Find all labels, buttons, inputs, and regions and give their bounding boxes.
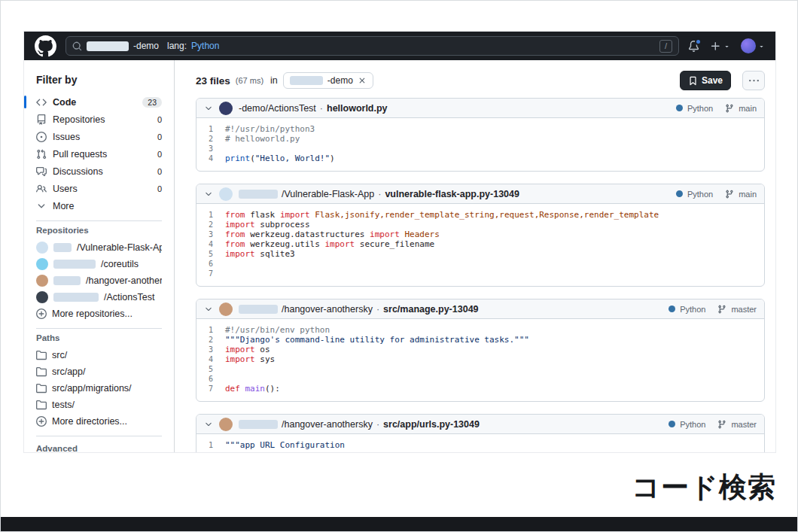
- repo-avatar: [219, 187, 233, 201]
- result-count-badge: 0: [157, 132, 162, 141]
- code-text: import subprocess: [225, 220, 310, 230]
- user-menu-button[interactable]: [741, 38, 765, 53]
- folder-icon: [36, 366, 47, 377]
- plus-circle-icon: [36, 416, 47, 427]
- file-name: src/manage.py-13049: [383, 304, 478, 315]
- sidebar-item-more[interactable]: More: [36, 197, 162, 214]
- path-filter-item[interactable]: src/app/: [36, 363, 162, 380]
- line-number: 7: [196, 269, 225, 278]
- filter-by-title: Filter by: [36, 74, 162, 86]
- caret-down-icon: [758, 43, 765, 50]
- code-snippet[interactable]: 1"""app URL Configuration: [196, 434, 764, 452]
- divider: [36, 436, 162, 436]
- caret-down-icon: [723, 43, 730, 50]
- repo-filter-item[interactable]: /ActionsTest: [36, 289, 162, 306]
- notifications-button[interactable]: [688, 41, 699, 52]
- git-branch-icon: [717, 305, 726, 314]
- sidebar-item-code[interactable]: Code 23: [36, 93, 162, 111]
- more-directories-link[interactable]: More directories...: [36, 413, 162, 430]
- repo-filter-item[interactable]: /hangover-anothersky: [36, 272, 162, 289]
- create-new-button[interactable]: [710, 41, 730, 52]
- result-meta: Python master: [669, 420, 757, 429]
- result-file-link[interactable]: -demo/ActionsTest · helloworld.py: [239, 103, 388, 114]
- close-icon[interactable]: [358, 76, 367, 85]
- search-qualifier-value: Python: [191, 41, 219, 51]
- github-header: -demo lang: Python /: [24, 32, 775, 60]
- code-snippet[interactable]: 1from flask import Flask,jsonify,render_…: [196, 204, 764, 286]
- result-header[interactable]: /Vulnerable-Flask-App · vulnerable-flask…: [196, 184, 764, 204]
- sidebar-item-pull-requests[interactable]: Pull requests 0: [36, 145, 162, 163]
- result-header[interactable]: -demo/ActionsTest · helloworld.py Python…: [196, 99, 764, 118]
- repo-name: /Vulnerable-Flask-App: [77, 242, 162, 253]
- redacted-org-name: [239, 420, 278, 429]
- path-name: src/: [52, 350, 67, 360]
- results-count: 23 files: [196, 75, 230, 87]
- results-time: (67 ms): [236, 76, 263, 85]
- separator: ·: [320, 103, 323, 114]
- line-number: 1: [196, 210, 225, 220]
- more-repositories-link[interactable]: More repositories...: [36, 306, 162, 322]
- repo-filter-chip[interactable]: -demo: [283, 72, 373, 89]
- chevron-down-icon[interactable]: [204, 420, 213, 429]
- sidebar-item-repositories[interactable]: Repositories 0: [36, 111, 162, 128]
- code-line: 4print("Hello, World!"): [196, 154, 764, 163]
- line-number: 4: [196, 354, 225, 364]
- repo-filter-item[interactable]: /coreutils: [36, 256, 162, 272]
- repo-path: -demo/ActionsTest: [239, 103, 316, 114]
- sidebar-item-issues[interactable]: Issues 0: [36, 128, 162, 145]
- line-number: 2: [196, 335, 225, 345]
- sidebar-item-discussions[interactable]: Discussions 0: [36, 163, 162, 180]
- code-text: import os: [225, 345, 270, 354]
- result-header[interactable]: /hangover-anothersky · src/manage.py-130…: [196, 299, 764, 319]
- slash-shortcut-hint: /: [659, 40, 672, 53]
- search-results-main: 23 files (67 ms) in -demo Save: [175, 60, 775, 452]
- chevron-down-icon[interactable]: [204, 104, 213, 113]
- line-number: 5: [196, 249, 225, 259]
- result-header[interactable]: /hangover-anothersky · src/app/urls.py-1…: [196, 415, 764, 434]
- code-line: 3import os: [196, 345, 764, 354]
- path-name: tests/: [52, 400, 75, 410]
- repo-avatar: [219, 302, 233, 316]
- result-count-badge: 0: [157, 150, 162, 159]
- code-snippet[interactable]: 1#!/usr/bin/python32# helloworld.py34pri…: [196, 118, 764, 171]
- save-search-button[interactable]: Save: [680, 71, 731, 90]
- more-repositories-label: More repositories...: [52, 309, 132, 319]
- repo-avatar: [36, 242, 48, 254]
- file-name: src/app/urls.py-13049: [383, 419, 480, 430]
- code-line: 6: [196, 259, 764, 269]
- code-line: 5import sqlite3: [196, 249, 764, 259]
- sidebar-item-label: More: [53, 201, 74, 211]
- separator: ·: [376, 304, 379, 315]
- code-line: 1#!/usr/bin/env python: [196, 325, 764, 335]
- path-filter-item[interactable]: src/: [36, 347, 162, 363]
- chevron-down-icon[interactable]: [204, 305, 213, 314]
- issue-icon: [36, 132, 47, 142]
- sidebar-item-label: Discussions: [53, 166, 103, 177]
- line-number: 2: [196, 134, 225, 144]
- more-options-button[interactable]: [742, 71, 765, 90]
- global-search-input[interactable]: -demo lang: Python /: [65, 36, 679, 56]
- sidebar-item-users[interactable]: Users 0: [36, 180, 162, 197]
- repo-icon: [36, 114, 47, 125]
- language-dot: [676, 105, 683, 111]
- path-filter-item[interactable]: src/app/migrations/: [36, 380, 162, 397]
- code-line: 1from flask import Flask,jsonify,render_…: [196, 210, 764, 220]
- filter-sidebar: Filter by Code 23 Repositories 0 Issues …: [24, 60, 175, 452]
- sidebar-item-label: Pull requests: [53, 149, 107, 160]
- chevron-down-icon[interactable]: [204, 190, 213, 199]
- language-dot: [669, 306, 675, 312]
- bookmark-icon: [688, 76, 698, 86]
- path-filter-item[interactable]: tests/: [36, 397, 162, 413]
- code-snippet[interactable]: 1#!/usr/bin/env python2"""Django's comma…: [196, 319, 764, 401]
- branch-label: master: [731, 420, 757, 429]
- search-icon: [72, 41, 82, 51]
- code-line: 4from werkzeug.utils import secure_filen…: [196, 239, 764, 249]
- repo-filter-item[interactable]: /Vulnerable-Flask-App: [36, 239, 162, 256]
- line-number: 4: [196, 239, 225, 249]
- github-logo-icon[interactable]: [35, 35, 56, 57]
- repositories-section-heading: Repositories: [36, 226, 162, 235]
- divider: [36, 328, 162, 329]
- result-file-link[interactable]: /hangover-anothersky · src/app/urls.py-1…: [239, 419, 480, 430]
- result-file-link[interactable]: /hangover-anothersky · src/manage.py-130…: [239, 304, 479, 315]
- result-file-link[interactable]: /Vulnerable-Flask-App · vulnerable-flask…: [239, 189, 519, 199]
